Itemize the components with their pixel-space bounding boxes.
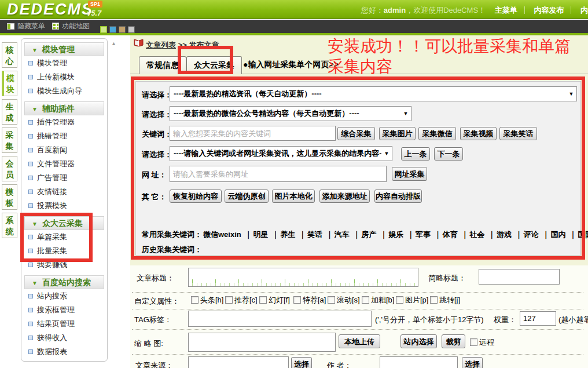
localize-images-button[interactable]: 图片本地化 (272, 190, 315, 203)
sidebar-item[interactable]: 结果页管理 (21, 317, 107, 331)
remote-checkbox-group[interactable]: 远程 (470, 337, 494, 348)
sidebar-tab-module[interactable]: 模块 (2, 71, 17, 96)
checkbox-icon[interactable] (396, 296, 403, 304)
checkbox-icon[interactable] (362, 296, 369, 304)
sidebar-item[interactable]: 友情链接 (21, 185, 107, 199)
sidebar-item[interactable]: 上传新模块 (21, 70, 107, 84)
section-header-baidu-search[interactable]: ▼百度站内搜索 (24, 275, 104, 289)
article-title-input[interactable] (188, 268, 418, 287)
checkbox-icon[interactable] (328, 296, 335, 304)
main-menu-link[interactable]: 主菜单 (495, 6, 517, 14)
attr-checkbox-bold[interactable]: 加粗[b] (362, 295, 394, 305)
url-input[interactable] (170, 166, 387, 182)
attr-checkbox-slide[interactable]: 幻灯[f] (259, 295, 290, 305)
single-url-collect-note[interactable]: ●输入网址采集单个网页>> (243, 60, 339, 70)
theme-swatch-gray[interactable] (128, 26, 135, 33)
restore-content-button[interactable]: 恢复初始内容 (170, 190, 222, 203)
previous-item-button[interactable]: 上一条 (401, 147, 430, 161)
sidebar-item[interactable]: 数据报表 (21, 345, 107, 359)
tab-normal-info[interactable]: 常规信息 (139, 56, 186, 74)
keyword-link[interactable]: 娱乐 (388, 230, 403, 239)
checkbox-icon[interactable] (225, 296, 233, 304)
keyword-link[interactable]: 国内 (551, 230, 566, 239)
keyword-link[interactable]: 军事 (416, 230, 431, 239)
keyword-link[interactable]: 明星 (253, 230, 268, 239)
wechat-content-select[interactable]: ----最新最热的微信公众号精选内容（每天自动更新）----▼ (170, 106, 411, 121)
thumbnail-input[interactable] (188, 333, 336, 352)
scroll-up-icon[interactable]: ▲ (111, 41, 116, 46)
crop-button[interactable]: 裁剪 (442, 334, 465, 348)
featured-news-select[interactable]: ----最新最热的精选资讯（每天自动更新）----▼ (170, 86, 577, 101)
sidebar-item-single-collect[interactable]: 单篇采集 (21, 230, 107, 244)
keyword-link[interactable]: 国际 (578, 230, 588, 239)
sidebar-tab-member[interactable]: 会员 (2, 156, 17, 181)
weight-input[interactable] (520, 311, 556, 326)
keyword-link[interactable]: 社会 (469, 230, 484, 239)
checkbox-icon[interactable] (293, 296, 301, 304)
sidebar-item[interactable]: 广告管理 (21, 171, 107, 185)
keyword-link[interactable]: 体育 (443, 230, 458, 239)
sidebar-item[interactable]: 获得收入 (21, 331, 107, 345)
keyword-link[interactable]: 笑话 (307, 230, 322, 239)
breadcrumb-article-list-link[interactable]: 文章列表 (146, 41, 176, 49)
local-upload-button[interactable]: 本地上传 (339, 334, 380, 348)
theme-swatch-green[interactable] (100, 26, 107, 33)
keyword-link[interactable]: 游戏 (497, 230, 512, 239)
keyword-link[interactable]: 评论 (524, 230, 539, 239)
collect-video-button[interactable]: 采集视频 (460, 127, 497, 140)
site-select-button[interactable]: 站内选择 (400, 334, 437, 348)
keyword-link[interactable]: 汽车 (335, 230, 350, 239)
section-header-aux-plugins[interactable]: ▼辅助插件 (24, 101, 104, 115)
sidebar-item[interactable]: 搜索框管理 (21, 303, 107, 317)
theme-swatch-blue[interactable] (109, 26, 116, 33)
section-header-cloud-collector[interactable]: ▼众大云采集 (24, 216, 104, 230)
function-map-button[interactable]: 功能地图 (52, 22, 90, 31)
sidebar-tab-core[interactable]: 核心 (2, 42, 17, 68)
checkbox-icon[interactable] (259, 296, 267, 304)
result-content-select[interactable]: ----请输入关键词或者网址采集资讯，这儿显示采集的结果内容----▼ (170, 146, 392, 161)
sidebar-item-batch-collect[interactable]: 批量采集 (21, 244, 107, 258)
attr-checkbox-recommend[interactable]: 推荐[c] (225, 295, 258, 305)
checkbox-icon[interactable] (430, 296, 438, 304)
source-select-button[interactable]: 选择 (291, 357, 312, 368)
sidebar-item[interactable]: 我要赚钱 (21, 258, 107, 272)
cloud-rewrite-button[interactable]: 云端伪原创 (225, 190, 269, 203)
author-select-button[interactable]: 选择 (462, 357, 483, 368)
tab-cloud-collector[interactable]: 众大云采集 (186, 56, 242, 74)
tag-input[interactable] (188, 311, 372, 327)
hide-menu-button[interactable]: 隐藏菜单 (7, 22, 45, 31)
attr-checkbox-jump[interactable]: 跳转[j] (430, 295, 460, 305)
collect-images-button[interactable]: 采集图片 (379, 127, 416, 140)
sidebar-item[interactable]: 投票模块 (21, 199, 107, 213)
content-publish-link[interactable]: 内容发布 (534, 6, 564, 14)
checkbox-icon[interactable] (470, 338, 477, 346)
source-input[interactable] (188, 356, 289, 368)
collect-jokes-button[interactable]: 采集笑话 (499, 127, 537, 140)
theme-swatch-tan[interactable] (119, 26, 126, 33)
sidebar-item[interactable]: 插件管理器 (21, 115, 107, 129)
sidebar-item[interactable]: 模块生成向导 (21, 84, 107, 98)
sidebar-item[interactable]: 百度新闻 (21, 143, 107, 157)
attr-checkbox-scroll[interactable]: 滚动[s] (328, 295, 360, 305)
section-header-module-manage[interactable]: ▼模块管理 (24, 42, 104, 56)
truncated-menu-link[interactable]: 内 (580, 6, 588, 14)
sidebar-tab-collect[interactable]: 采集 (2, 127, 17, 153)
sidebar-tab-system[interactable]: 系统 (2, 213, 17, 238)
collect-wechat-button[interactable]: 采集微信 (418, 127, 456, 140)
sidebar-item[interactable]: 挑错管理 (21, 129, 107, 143)
sidebar-tab-generate[interactable]: 生成 (2, 99, 17, 125)
sidebar-item[interactable]: 文件管理器 (21, 157, 107, 171)
next-item-button[interactable]: 下一条 (434, 147, 463, 161)
url-collect-button[interactable]: 网址采集 (392, 167, 427, 181)
attr-checkbox-headline[interactable]: 头条[h] (191, 295, 223, 305)
attr-checkbox-image[interactable]: 图片[p] (396, 295, 428, 305)
attr-checkbox-special[interactable]: 特荐[a] (293, 295, 326, 305)
auto-format-button[interactable]: 内容自动排版 (374, 190, 422, 203)
sidebar-tab-template[interactable]: 模板 (2, 184, 17, 210)
short-title-input[interactable] (479, 269, 560, 285)
combined-collect-button[interactable]: 综合采集 (337, 127, 375, 140)
add-source-url-button[interactable]: 添加来源地址 (319, 190, 370, 203)
checkbox-icon[interactable] (191, 296, 199, 304)
sidebar-item[interactable]: 模块管理 (21, 56, 107, 70)
sidebar-item[interactable]: 站内搜索 (21, 289, 107, 303)
